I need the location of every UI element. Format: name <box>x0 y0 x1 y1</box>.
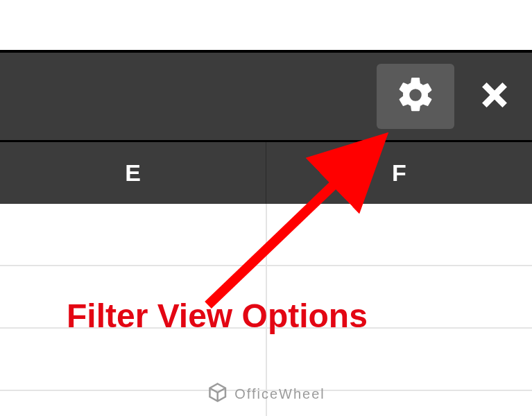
grid-row <box>0 266 532 329</box>
column-header-row: E F <box>0 140 532 204</box>
gear-icon <box>395 74 436 119</box>
grid-cell[interactable] <box>0 204 267 265</box>
grid-row <box>0 391 532 416</box>
filter-view-toolbar <box>0 50 532 140</box>
grid-cell[interactable] <box>267 204 533 265</box>
column-header-f[interactable]: F <box>266 142 532 204</box>
grid-cell[interactable] <box>267 329 533 390</box>
top-gap <box>0 0 532 50</box>
grid-row <box>0 204 532 266</box>
column-header-e[interactable]: E <box>0 142 266 204</box>
grid-cell[interactable] <box>0 391 267 416</box>
close-filter-view-button[interactable] <box>474 76 515 117</box>
grid-cell[interactable] <box>0 266 267 327</box>
spreadsheet-grid[interactable] <box>0 204 532 416</box>
close-icon <box>479 80 510 113</box>
grid-row <box>0 329 532 391</box>
grid-cell[interactable] <box>0 329 267 390</box>
grid-cell[interactable] <box>267 391 533 416</box>
grid-cell[interactable] <box>267 266 533 327</box>
filter-view-options-button[interactable] <box>377 64 454 129</box>
